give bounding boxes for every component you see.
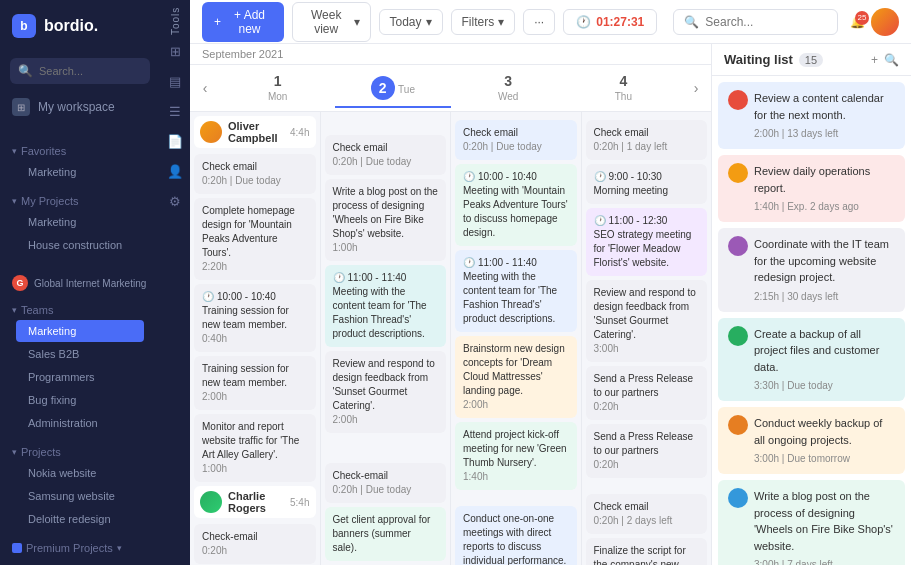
sidebar-search-input[interactable] — [39, 65, 142, 77]
person-hours: 4:4h — [290, 127, 309, 138]
task-card[interactable]: Review and respond to design feedback fr… — [586, 280, 708, 362]
date-day: Tue — [398, 84, 415, 95]
timer-button[interactable]: 🕐 01:27:31 — [563, 9, 657, 35]
wl-item[interactable]: Create a backup of all project files and… — [718, 318, 905, 402]
toolbar-icons: 🔔 25 — [850, 8, 899, 36]
task-subtitle: Morning meeting — [594, 184, 700, 198]
date-cell-tue[interactable]: 2 Tue — [335, 68, 450, 108]
sidebar-item-bug-fixing[interactable]: Bug fixing — [16, 389, 144, 411]
layout-icon[interactable]: ▤ — [164, 70, 186, 92]
add-icon[interactable]: + — [871, 53, 878, 67]
date-cell-mon[interactable]: 1 Mon — [220, 65, 335, 111]
sidebar-item-marketing-team[interactable]: Marketing — [16, 320, 144, 342]
wl-item[interactable]: Conduct weekly backup of all ongoing pro… — [718, 407, 905, 474]
next-nav[interactable]: › — [681, 72, 711, 104]
task-card[interactable]: Monitor and report website traffic for '… — [194, 414, 316, 482]
sidebar-item-administration[interactable]: Administration — [16, 412, 144, 434]
toolbar: + + Add new Week view ▾ Today ▾ Filters … — [190, 0, 911, 44]
clock-icon: 🕐 — [576, 15, 591, 29]
search-icon[interactable]: 🔍 — [884, 53, 899, 67]
date-num: 3 — [451, 73, 566, 89]
gear-icon[interactable]: ⚙ — [164, 190, 186, 212]
user-avatar[interactable] — [871, 8, 899, 36]
task-card[interactable]: Training session for new team member. 2:… — [194, 356, 316, 410]
add-new-button[interactable]: + + Add new — [202, 2, 284, 42]
task-card[interactable]: 🕐11:00 - 12:30 SEO strategy meeting for … — [586, 208, 708, 276]
wl-item[interactable]: Review daily operations report. 1:40h | … — [718, 155, 905, 222]
bell-button[interactable]: 🔔 25 — [850, 15, 865, 29]
sidebar-item-programmers[interactable]: Programmers — [16, 366, 144, 388]
sidebar-item-sales[interactable]: Sales B2B — [16, 343, 144, 365]
date-cell-thu[interactable]: 4 Thu — [566, 65, 681, 111]
list-icon[interactable]: ☰ — [164, 100, 186, 122]
week-view-button[interactable]: Week view ▾ — [292, 2, 371, 42]
task-title: 🕐11:00 - 11:40 — [463, 256, 569, 270]
premium-header[interactable]: Premium Projects ▾ — [12, 539, 148, 557]
task-title: 🕐10:00 - 10:40 — [463, 170, 569, 184]
task-card[interactable]: Check email 0:20h | Due today — [194, 154, 316, 194]
tools-icon[interactable]: Tools — [164, 10, 186, 32]
sidebar-item-samsung[interactable]: Samsung website — [16, 485, 144, 507]
task-card[interactable]: Write a blog post on the process of desi… — [325, 179, 447, 261]
wl-item[interactable]: Coordinate with the IT team for the upco… — [718, 228, 905, 312]
sidebar-item-mcdonalds[interactable]: Mc Donalds Landing — [16, 558, 144, 565]
teams-header[interactable]: ▾ Teams — [12, 301, 148, 319]
task-card[interactable]: Complete homepage design for 'Mountain P… — [194, 198, 316, 280]
projects-header[interactable]: ▾ Projects — [12, 443, 148, 461]
wl-item[interactable]: Write a blog post on the process of desi… — [718, 480, 905, 565]
wl-item-meta: 3:30h | Due today — [754, 378, 895, 393]
wl-item[interactable]: Review a content calendar for the next m… — [718, 82, 905, 149]
calendar-main: September 2021 ‹ 1 Mon 2 Tue 3 Wed 4 — [190, 44, 711, 565]
task-card[interactable]: Check email 0:20h | 2 days left — [586, 494, 708, 534]
task-card[interactable]: Check-email 0:20h | Due today — [325, 463, 447, 503]
sidebar-item-deloitte[interactable]: Deloitte redesign — [16, 508, 144, 530]
task-card[interactable]: 🕐11:00 - 11:40 Meeting with the content … — [325, 265, 447, 347]
task-card[interactable]: Review and respond to design feedback fr… — [325, 351, 447, 433]
search-box[interactable]: 🔍 — [673, 9, 838, 35]
workspace-item[interactable]: ⊞ My workspace — [0, 90, 160, 124]
task-card[interactable]: Check email 0:20h | Due today — [325, 135, 447, 175]
sidebar-search[interactable]: 🔍 — [10, 58, 150, 84]
task-card[interactable]: Get client approval for banners (summer … — [325, 507, 447, 561]
more-button[interactable]: ··· — [523, 9, 555, 35]
filters-button[interactable]: Filters ▾ — [451, 9, 516, 35]
task-card[interactable]: 🕐10:00 - 10:40 Meeting with 'Mountain Pe… — [455, 164, 577, 246]
global-team[interactable]: G Global Internet Marketing — [0, 271, 160, 295]
task-card[interactable]: Finalize the script for the company's ne… — [586, 538, 708, 565]
task-time: 0:20h | Due today — [333, 483, 439, 497]
person-icon[interactable]: 👤 — [164, 160, 186, 182]
my-projects-label: My Projects — [21, 195, 78, 207]
grid-icon[interactable]: ⊞ — [164, 40, 186, 62]
plus-icon: + — [214, 15, 221, 29]
sidebar-item-marketing-proj[interactable]: Marketing — [16, 211, 144, 233]
today-button[interactable]: Today ▾ — [379, 9, 443, 35]
task-subtitle: Meeting with the content team for 'The F… — [463, 270, 569, 326]
wl-item-title: Create a backup of all project files and… — [754, 326, 895, 376]
sidebar-item-marketing-fav[interactable]: Marketing — [16, 161, 144, 183]
task-card[interactable]: 🕐11:00 - 11:40 Meeting with the content … — [455, 250, 577, 332]
task-card[interactable]: Conduct one-on-one meetings with direct … — [455, 506, 577, 565]
doc-icon[interactable]: 📄 — [164, 130, 186, 152]
task-subtitle: Training session for new team member. — [202, 304, 308, 332]
task-card[interactable]: Check email 0:20h | 1 day left — [586, 120, 708, 160]
task-card[interactable]: Send a Press Release to our partners 0:2… — [586, 424, 708, 478]
prev-nav[interactable]: ‹ — [190, 72, 220, 104]
sidebar-item-nokia[interactable]: Nokia website — [16, 462, 144, 484]
person-name: Oliver Campbell — [228, 120, 284, 144]
my-projects-header[interactable]: ▾ My Projects — [12, 192, 148, 210]
task-title: Training session for new team member. — [202, 362, 308, 390]
task-card[interactable]: 🕐9:00 - 10:30 Morning meeting — [586, 164, 708, 204]
task-card[interactable]: Check-email 0:20h — [194, 524, 316, 564]
task-card[interactable]: Attend project kick-off meeting for new … — [455, 422, 577, 490]
search-input[interactable] — [705, 15, 827, 29]
wl-item-title: Review daily operations report. — [754, 163, 895, 196]
task-card[interactable]: Check email 0:20h | Due today — [455, 120, 577, 160]
col-mon: Oliver Campbell 4:4h Check email 0:20h |… — [190, 112, 321, 565]
sidebar-item-house[interactable]: House construction — [16, 234, 144, 256]
search-icon: 🔍 — [684, 15, 699, 29]
task-card[interactable]: Brainstorm new design concepts for 'Drea… — [455, 336, 577, 418]
favorites-header[interactable]: ▾ Favorites — [12, 142, 148, 160]
task-card[interactable]: 🕐10:00 - 10:40 Training session for new … — [194, 284, 316, 352]
date-cell-wed[interactable]: 3 Wed — [451, 65, 566, 111]
task-card[interactable]: Send a Press Release to our partners 0:2… — [586, 366, 708, 420]
